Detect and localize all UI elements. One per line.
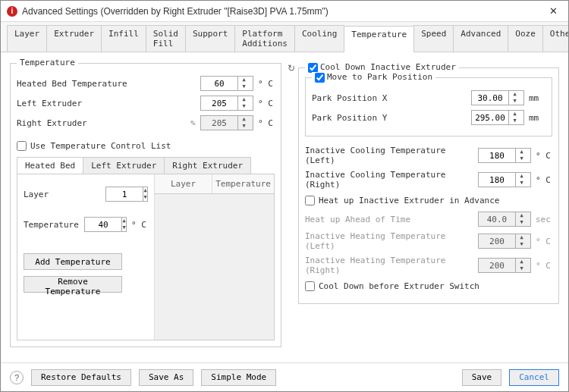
heat-right-label: Inactive Heating Temperature (Right) bbox=[305, 256, 478, 275]
park-x-spinner[interactable]: ▲▼ bbox=[471, 90, 524, 105]
cooldown-legend: Cool Down Inactive Extruder bbox=[305, 62, 459, 73]
save-button[interactable]: Save bbox=[462, 369, 502, 386]
unit-c: ° C bbox=[258, 79, 275, 89]
tab-layer[interactable]: Layer bbox=[7, 25, 47, 52]
temp-label: Temperature bbox=[24, 220, 84, 230]
temp-spinner[interactable]: ▲▼ bbox=[84, 217, 127, 232]
layer-spinner[interactable]: ▲▼ bbox=[105, 187, 148, 202]
use-temp-list-checkbox[interactable] bbox=[17, 141, 27, 151]
app-icon: i bbox=[7, 6, 17, 17]
save-as-button[interactable]: Save As bbox=[139, 369, 193, 386]
park-y-label: Park Position Y bbox=[312, 113, 471, 123]
layer-label: Layer bbox=[24, 190, 105, 199]
cool-left-spinner[interactable]: ▲▼ bbox=[478, 148, 531, 163]
tab-speed[interactable]: Speed bbox=[413, 25, 454, 52]
tab-support[interactable]: Support bbox=[185, 25, 235, 52]
close-button[interactable]: ✕ bbox=[544, 5, 562, 17]
temperature-group: Temperature Heated Bed Temperature ▲▼ ° … bbox=[10, 63, 281, 347]
right-extruder-spinner: ▲▼ bbox=[200, 115, 253, 130]
cool-left-label: Inactive Cooling Temperature (Left) bbox=[305, 146, 478, 165]
cool-right-label: Inactive Cooling Temperature (Right) bbox=[305, 170, 478, 190]
col-temperature: Temperature bbox=[212, 174, 274, 193]
cool-before-checkbox[interactable] bbox=[305, 281, 315, 291]
cool-right-spinner[interactable]: ▲▼ bbox=[478, 172, 531, 187]
cool-before-label: Cool Down before Extruder Switch bbox=[319, 281, 479, 291]
tab-other[interactable]: Other bbox=[542, 25, 569, 52]
park-group: Move to Park Position Park Position X ▲▼… bbox=[305, 77, 552, 136]
subtab-heated-bed[interactable]: Heated Bed bbox=[17, 157, 83, 174]
tab-temperature[interactable]: Temperature bbox=[344, 26, 414, 52]
temperature-legend: Temperature bbox=[17, 58, 78, 67]
heatup-ahead-label: Heat up Ahead of Time bbox=[305, 215, 478, 224]
cancel-button[interactable]: Cancel bbox=[509, 369, 559, 386]
heated-bed-spinner[interactable]: ▲▼ bbox=[200, 76, 253, 91]
cooldown-group: Cool Down Inactive Extruder Move to Park… bbox=[298, 67, 559, 304]
subtab-body: Layer ▲▼ Temperature ▲▼ ° C Add Temperat… bbox=[17, 174, 275, 340]
heat-right-spinner: ▲▼ bbox=[478, 258, 531, 273]
content-area: Temperature Heated Bed Temperature ▲▼ ° … bbox=[1, 52, 568, 362]
right-column: ↻ Cool Down Inactive Extruder Move to Pa… bbox=[288, 58, 559, 356]
temp-table-body bbox=[155, 194, 274, 340]
heat-left-label: Inactive Heating Temperature (Left) bbox=[305, 231, 478, 251]
remove-temperature-button[interactable]: Remove Temperature bbox=[24, 276, 122, 293]
footer: ? Restore Defaults Save As Simple Mode S… bbox=[1, 362, 568, 391]
left-extruder-label: Left Extruder bbox=[17, 99, 200, 108]
tab-platform-additions[interactable]: Platform Additions bbox=[234, 25, 295, 52]
restore-defaults-button[interactable]: Restore Defaults bbox=[31, 369, 131, 386]
heat-left-spinner: ▲▼ bbox=[478, 234, 531, 249]
right-extruder-label: Right Extruder bbox=[17, 118, 190, 128]
park-y-spinner[interactable]: ▲▼ bbox=[471, 110, 524, 125]
tab-cooling[interactable]: Cooling bbox=[294, 25, 344, 52]
cooldown-checkbox[interactable] bbox=[308, 63, 318, 73]
subtab-left-extruder[interactable]: Left Extruder bbox=[83, 157, 165, 174]
heatup-ahead-spinner: ▲▼ bbox=[478, 212, 531, 227]
use-temp-list-label: Use Temperature Control List bbox=[30, 141, 171, 151]
heatup-advance-checkbox[interactable] bbox=[305, 196, 315, 205]
add-temperature-button[interactable]: Add Temperature bbox=[24, 253, 122, 270]
help-button[interactable]: ? bbox=[10, 371, 24, 384]
tab-advanced[interactable]: Advanced bbox=[453, 25, 508, 52]
tab-solid-fill[interactable]: Solid Fill bbox=[146, 25, 186, 52]
titlebar: i Advanced Settings (Overridden by Right… bbox=[1, 1, 568, 22]
pencil-icon[interactable]: ✎ bbox=[190, 118, 196, 128]
heatup-advance-label: Heat up Inactive Extruder in Advance bbox=[319, 196, 499, 205]
heated-bed-label: Heated Bed Temperature bbox=[17, 79, 200, 89]
left-column: Temperature Heated Bed Temperature ▲▼ ° … bbox=[10, 58, 281, 356]
tab-ooze[interactable]: Ooze bbox=[508, 25, 543, 52]
main-tabs: LayerExtruderInfillSolid FillSupportPlat… bbox=[1, 22, 568, 52]
refresh-icon[interactable]: ↻ bbox=[288, 63, 295, 74]
tab-infill[interactable]: Infill bbox=[101, 25, 146, 52]
simple-mode-button[interactable]: Simple Mode bbox=[201, 369, 276, 386]
window-title: Advanced Settings (Overridden by Right E… bbox=[22, 6, 544, 17]
move-park-checkbox[interactable] bbox=[315, 73, 325, 83]
subtab-right-extruder[interactable]: Right Extruder bbox=[164, 157, 251, 174]
left-extruder-spinner[interactable]: ▲▼ bbox=[200, 96, 253, 111]
park-legend: Move to Park Position bbox=[312, 72, 435, 83]
park-x-label: Park Position X bbox=[312, 93, 471, 103]
tab-extruder[interactable]: Extruder bbox=[46, 25, 102, 52]
subtabs: Heated Bed Left Extruder Right Extruder bbox=[17, 157, 275, 174]
col-layer: Layer bbox=[155, 174, 212, 193]
